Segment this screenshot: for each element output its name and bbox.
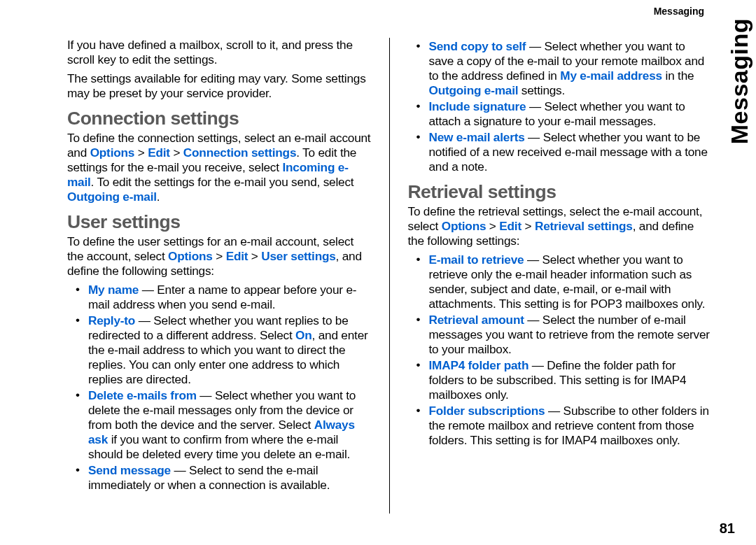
- heading-retrieval-settings: Retrieval settings: [407, 181, 711, 203]
- user-settings-list: My name — Enter a name to appear before …: [67, 283, 371, 493]
- list-item: E-mail to retrieve — Select whether you …: [428, 253, 711, 311]
- list-item: My name — Enter a name to appear before …: [88, 283, 371, 312]
- list-item: Folder subscriptions — Subscribe to othe…: [428, 404, 711, 448]
- intro-para-2: The settings available for editing may v…: [67, 71, 371, 101]
- ui-path-edit: Edit: [148, 146, 170, 160]
- list-item: IMAP4 folder path — Define the folder pa…: [428, 358, 711, 402]
- option-on: On: [295, 328, 312, 342]
- setting-send-message: Send message: [88, 463, 171, 477]
- separator: >: [170, 146, 183, 160]
- user-para: To define the user settings for an e-mai…: [67, 234, 371, 278]
- separator: >: [134, 146, 148, 160]
- text: . To edit the settings for the e-mail yo…: [91, 175, 354, 189]
- page-header: Messaging: [654, 6, 704, 17]
- retrieval-para: To define the retrieval settings, select…: [407, 204, 711, 248]
- list-item: New e-mail alerts — Select whether you w…: [428, 130, 711, 174]
- ui-path-outgoing-email: Outgoing e-mail: [67, 190, 157, 204]
- ui-path-options: Options: [90, 146, 135, 160]
- ui-path-user-settings: User settings: [261, 249, 335, 263]
- right-column: Send copy to self — Select whether you w…: [407, 38, 711, 514]
- text: if you want to confirm from where the e-…: [88, 432, 350, 461]
- page-number: 81: [720, 521, 735, 537]
- user-settings-list-cont: Send copy to self — Select whether you w…: [407, 39, 711, 174]
- ui-path-retrieval-settings: Retrieval settings: [535, 219, 633, 233]
- retrieval-settings-list: E-mail to retrieve — Select whether you …: [407, 253, 711, 448]
- side-tab: Messaging: [726, 18, 753, 144]
- left-column: If you have defined a mailbox, scroll to…: [67, 38, 371, 514]
- setting-include-signature: Include signature: [428, 99, 526, 113]
- setting-my-name: My name: [88, 283, 139, 297]
- setting-retrieval-amount: Retrieval amount: [428, 313, 524, 327]
- setting-reply-to: Reply-to: [88, 313, 135, 327]
- setting-new-email-alerts: New e-mail alerts: [428, 130, 524, 144]
- setting-email-to-retrieve: E-mail to retrieve: [428, 253, 524, 267]
- option-my-email-address: My e-mail address: [560, 69, 662, 83]
- list-item: Retrieval amount — Select the number of …: [428, 313, 711, 357]
- column-divider: [389, 38, 390, 514]
- ui-path-edit: Edit: [226, 249, 248, 263]
- text: .: [157, 190, 160, 204]
- page: Messaging Messaging 81 If you have defin…: [0, 0, 756, 545]
- heading-connection-settings: Connection settings: [67, 108, 371, 129]
- separator: >: [248, 249, 261, 263]
- separator: >: [522, 219, 535, 233]
- heading-user-settings: User settings: [67, 211, 371, 233]
- text: settings.: [518, 83, 565, 97]
- list-item: Include signature — Select whether you w…: [428, 99, 711, 129]
- list-item: Reply-to — Select whether you want repli…: [88, 313, 371, 387]
- setting-imap4-folder-path: IMAP4 folder path: [428, 358, 528, 372]
- separator: >: [486, 219, 499, 233]
- list-item: Delete e-mails from — Select whether you…: [88, 388, 371, 462]
- list-item: Send copy to self — Select whether you w…: [428, 39, 711, 98]
- separator: >: [213, 249, 226, 263]
- text: in the: [662, 69, 694, 83]
- setting-delete-emails-from: Delete e-mails from: [88, 388, 197, 402]
- ui-path-connection-settings: Connection settings: [183, 146, 296, 160]
- ui-path-edit: Edit: [499, 219, 522, 233]
- intro-para-1: If you have defined a mailbox, scroll to…: [67, 38, 371, 67]
- ui-path-options: Options: [168, 249, 213, 263]
- list-item: Send message — Select to send the e-mail…: [88, 463, 371, 493]
- ui-path-options: Options: [442, 219, 486, 233]
- option-outgoing-email: Outgoing e-mail: [428, 83, 518, 97]
- connection-para: To define the connection settings, selec…: [67, 131, 371, 204]
- setting-send-copy-to-self: Send copy to self: [428, 39, 526, 53]
- setting-folder-subscriptions: Folder subscriptions: [428, 404, 545, 418]
- content-columns: If you have defined a mailbox, scroll to…: [67, 38, 711, 514]
